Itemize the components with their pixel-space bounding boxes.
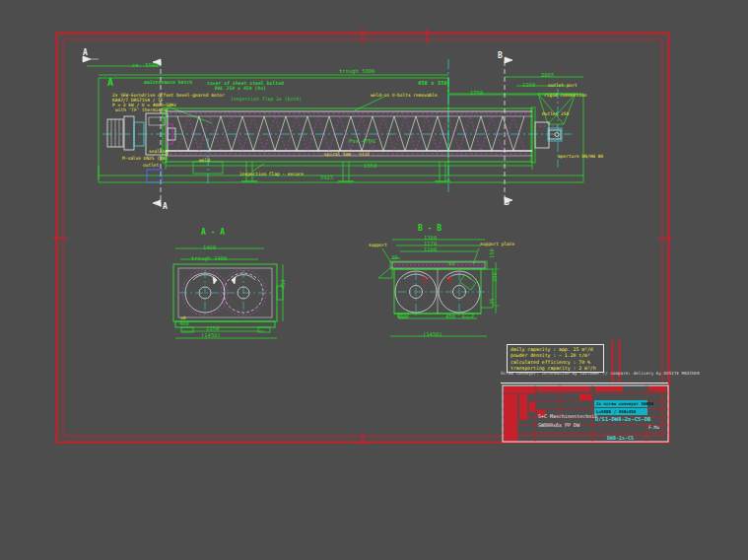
title-block-rev-row-2: L=5800 / 450x350 bbox=[596, 410, 636, 414]
cad-viewport: ca. 5500trough 5800maintenance hatchcove… bbox=[0, 0, 748, 560]
title-block-drawing-number: D/S1-DW8-2x-CS-DB bbox=[595, 417, 650, 423]
note-line: powder density : ~ 1.20 t/m³ bbox=[510, 353, 603, 359]
section-aa-view bbox=[173, 248, 283, 338]
section-bb-view bbox=[378, 240, 500, 336]
cad-linework bbox=[0, 0, 748, 560]
title-block-initials: F.Mu bbox=[648, 426, 659, 431]
notes-box: daily capacity : app. 15 m³/d powder den… bbox=[507, 344, 604, 373]
title-block-code: DW8-2x-CS bbox=[607, 436, 634, 441]
title-block-company-line-1: S+C Maschinentechnik bbox=[538, 414, 597, 419]
main-elevation-view bbox=[83, 56, 583, 207]
title-block-company-line-2: SW800x6x PP DW bbox=[538, 423, 579, 428]
footer-note: Screw conveyor: information by customer … bbox=[501, 372, 700, 376]
title-block-rev-row-1: 2x screw conveyor SW800 bbox=[596, 402, 653, 406]
